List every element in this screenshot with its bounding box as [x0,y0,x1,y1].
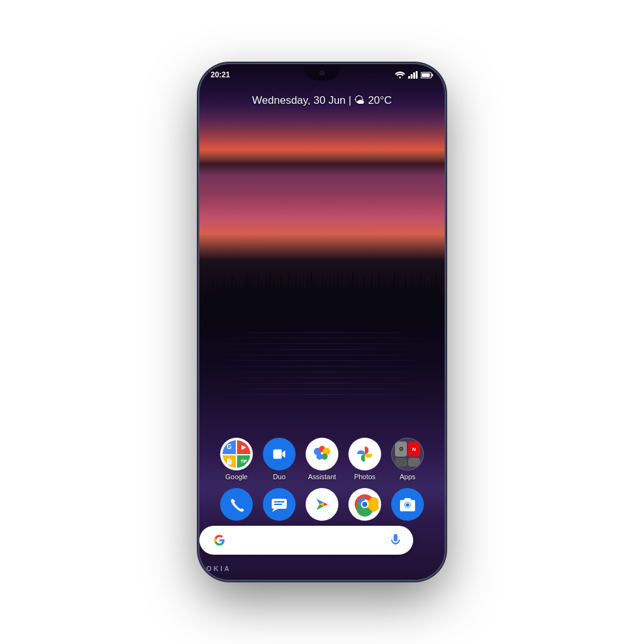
svg-point-13 [316,453,323,460]
photos-label: Photos [354,473,375,480]
duo-label: Duo [273,473,286,480]
status-icons [394,71,433,79]
date-widget: Wednesday, 30 Jun | 🌤 20°C [199,94,445,107]
svg-point-27 [406,503,410,508]
chrome-app[interactable] [348,488,381,521]
date-text: Wednesday, 30 Jun | 🌤 20°C [252,94,392,106]
assistant-label: Assistant [308,473,336,480]
dock-row [199,488,445,521]
status-time: 20:21 [211,70,230,79]
svg-rect-1 [411,74,413,79]
svg-rect-3 [416,71,418,79]
duo-app[interactable]: Duo [263,438,296,480]
phone-device: 20:21 [199,64,445,580]
svg-point-15 [223,491,250,518]
camera-app[interactable] [391,488,424,521]
apps-row: G ▶ 📄 🗺 Google Duo [199,438,445,480]
front-camera [319,70,325,75]
svg-point-24 [362,502,367,507]
search-bar[interactable] [199,526,413,555]
svg-rect-6 [422,73,430,77]
signal-icon [408,71,418,79]
apps-folder[interactable]: ⚙ N Apps [391,438,424,480]
playstore-app[interactable] [306,488,338,521]
google-g-logo [209,530,230,550]
svg-rect-5 [432,74,433,76]
google-label: Google [225,473,247,480]
svg-point-8 [308,440,336,468]
phone-screen: 20:21 [199,64,445,580]
assistant-app[interactable]: Assistant [306,438,338,480]
search-mic-icon[interactable] [388,533,403,548]
nokia-brand: NOKIA [199,565,445,572]
svg-rect-2 [413,72,415,79]
battery-icon [421,72,433,79]
google-app[interactable]: G ▶ 📄 🗺 Google [220,438,253,480]
messages-app[interactable] [263,488,296,521]
apps-label: Apps [399,473,415,480]
notch [297,64,347,82]
svg-rect-0 [408,76,410,79]
wifi-icon [394,71,406,79]
phone-app[interactable] [220,488,253,521]
forest-silhouette [199,260,445,322]
photos-app[interactable]: Photos [348,438,381,480]
